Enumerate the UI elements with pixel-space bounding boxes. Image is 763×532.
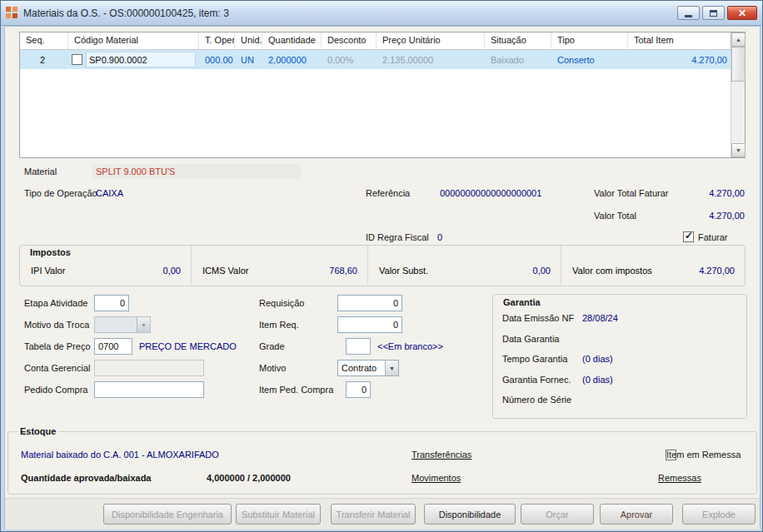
impostos-cell-com-impostos: Valor com impostos 4.270,00 bbox=[561, 246, 745, 285]
transferencias-link[interactable]: Transferências bbox=[411, 450, 471, 460]
item-req-input[interactable] bbox=[337, 316, 402, 333]
tipo-operacao-label: Tipo de Operação bbox=[24, 188, 97, 198]
scroll-up-button[interactable]: ▲ bbox=[731, 32, 746, 47]
cell-seq: 2 bbox=[20, 55, 68, 65]
tabela-preco-input[interactable] bbox=[94, 338, 132, 355]
cell-qtd: 2,000000 bbox=[262, 55, 322, 65]
column-header-total[interactable]: Total Item bbox=[628, 32, 731, 49]
garantia-title: Garantia bbox=[501, 297, 543, 307]
etapa-atividade-input[interactable] bbox=[94, 295, 129, 311]
codigo-material-edit[interactable]: SP0.900.0002 bbox=[86, 52, 196, 67]
materials-grid: Seq. Código Material T. Oper Unid. Quant… bbox=[19, 32, 746, 158]
grid-header: Seq. Código Material T. Oper Unid. Quant… bbox=[20, 32, 731, 50]
referencia-label: Referência bbox=[366, 188, 410, 198]
tabela-preco-desc: PREÇO DE MERCADO bbox=[139, 341, 237, 351]
material-label: Material bbox=[24, 167, 57, 177]
requisicao-label: Requisição bbox=[259, 298, 304, 308]
maximize-button[interactable] bbox=[702, 6, 725, 20]
column-header-desconto[interactable]: Desconto bbox=[322, 32, 377, 49]
faturar-checkbox[interactable]: ✓ bbox=[683, 231, 694, 242]
valor-total-label: Valor Total bbox=[594, 211, 636, 221]
icms-value: 768,60 bbox=[329, 266, 357, 276]
scrollbar-thumb[interactable] bbox=[731, 47, 746, 82]
referencia-value: 00000000000000000001 bbox=[440, 188, 541, 198]
substituir-material-button[interactable]: Substituir Material bbox=[236, 504, 321, 525]
motivo-troca-combo[interactable]: ▼ bbox=[94, 316, 151, 333]
close-button[interactable]: ✕ bbox=[727, 6, 757, 20]
etapa-atividade-label: Etapa Atividade bbox=[24, 298, 87, 308]
valor-com-impostos-label: Valor com impostos bbox=[572, 266, 652, 276]
cell-preco: 2.135,00000 bbox=[377, 55, 485, 65]
motivo-combo[interactable]: Contrato ▼ bbox=[337, 360, 399, 376]
estoque-title: Estoque bbox=[17, 426, 58, 436]
grade-label: Grade bbox=[259, 341, 285, 351]
motivo-value: Contrato bbox=[338, 363, 385, 373]
item-ped-compra-input[interactable] bbox=[346, 381, 371, 398]
column-header-situacao[interactable]: Situação bbox=[485, 32, 551, 49]
transferir-material-button[interactable]: Transferir Material bbox=[331, 504, 416, 525]
grade-hint: <<Em branco>> bbox=[377, 341, 443, 351]
cell-codigo: SP0.900.0002 bbox=[68, 52, 199, 67]
window-controls: ✕ bbox=[677, 6, 757, 20]
item-remessa-label: Item em Remessa bbox=[666, 450, 741, 460]
ipi-value: 0,00 bbox=[163, 266, 181, 276]
valor-total-faturar-label: Valor Total Faturar bbox=[594, 188, 668, 198]
column-header-tipo[interactable]: Tipo bbox=[551, 32, 628, 49]
disponibilidade-engenharia-button[interactable]: Disponibilidade Engenharia bbox=[103, 504, 232, 525]
impostos-cell-ipi: IPI Valor 0,00 bbox=[20, 246, 191, 285]
icms-label: ICMS Valor bbox=[202, 266, 248, 276]
numero-serie-label: Número de Série bbox=[502, 395, 571, 405]
data-emissao-label: Data Emissão NF bbox=[502, 313, 574, 323]
cell-situacao: Baixado bbox=[485, 55, 551, 65]
maximize-icon bbox=[710, 10, 717, 17]
grade-input[interactable] bbox=[346, 338, 371, 355]
column-header-seq[interactable]: Seq. bbox=[20, 32, 68, 49]
conta-gerencial-input[interactable] bbox=[94, 360, 204, 376]
qtd-aprovada-label: Quantidade aprovada/baixada bbox=[21, 473, 152, 483]
impostos-cell-subst: Valor Subst. 0,00 bbox=[367, 246, 561, 285]
movimentos-link[interactable]: Movimentos bbox=[411, 473, 461, 483]
material-table-row[interactable]: 2 SP0.900.0002 000.00 UN 2,000000 0,00% … bbox=[20, 50, 731, 69]
scroll-down-button[interactable]: ▼ bbox=[731, 143, 746, 157]
disponibilidade-button[interactable]: Disponibilidade bbox=[424, 504, 516, 525]
tipo-operacao-value: CAIXA bbox=[96, 188, 123, 198]
ipi-label: IPI Valor bbox=[31, 266, 65, 276]
row-checkbox[interactable] bbox=[72, 54, 82, 65]
data-emissao-value: 28/08/24 bbox=[582, 313, 618, 323]
pedido-compra-input[interactable] bbox=[94, 381, 204, 398]
minimize-icon bbox=[685, 15, 692, 17]
item-req-label: Item Req. bbox=[259, 320, 299, 330]
explode-button[interactable]: Explode bbox=[682, 504, 756, 525]
column-header-qtd[interactable]: Quantidade bbox=[262, 32, 322, 49]
scroll-up-icon: ▲ bbox=[736, 37, 741, 42]
requisicao-input[interactable] bbox=[337, 295, 402, 311]
impostos-cell-icms: ICMS Valor 768,60 bbox=[191, 246, 367, 285]
remessas-link[interactable]: Remessas bbox=[658, 473, 701, 483]
title-bar[interactable]: Materiais da O.S. - OS:000000100425, ite… bbox=[1, 1, 762, 26]
materiais-os-dialog: Materiais da O.S. - OS:000000100425, ite… bbox=[0, 0, 763, 532]
motivo-troca-label: Motivo da Troca bbox=[24, 320, 89, 330]
window-title: Materiais da O.S. - OS:000000100425, ite… bbox=[23, 7, 677, 19]
conta-gerencial-label: Conta Gerencial bbox=[24, 363, 91, 373]
aprovar-button[interactable]: Aprovar bbox=[600, 504, 673, 525]
cell-desconto: 0,00% bbox=[322, 55, 377, 65]
chevron-down-icon: ▼ bbox=[137, 317, 150, 332]
column-header-unid[interactable]: Unid. bbox=[235, 32, 262, 49]
column-header-toper[interactable]: T. Oper bbox=[199, 32, 235, 49]
faturar-label: Faturar bbox=[698, 232, 727, 242]
check-icon: ✓ bbox=[685, 230, 693, 241]
motivo-label: Motivo bbox=[259, 363, 286, 373]
minimize-button[interactable] bbox=[677, 6, 700, 20]
column-header-codigo[interactable]: Código Material bbox=[68, 32, 199, 49]
estoque-groupbox bbox=[7, 431, 757, 495]
cell-tipo: Conserto bbox=[551, 55, 628, 65]
valor-subst-value: 0,00 bbox=[533, 266, 551, 276]
item-ped-compra-label: Item Ped. Compra bbox=[259, 385, 333, 395]
cell-total: 4.270,00 bbox=[628, 55, 731, 65]
grid-vertical-scrollbar[interactable]: ▲ ▼ bbox=[731, 32, 745, 157]
estoque-info: Material baixado do C.A. 001 - ALMOXARIF… bbox=[21, 450, 219, 460]
scroll-down-icon: ▼ bbox=[736, 147, 741, 153]
qtd-aprovada-value: 4,000000 / 2,000000 bbox=[207, 473, 291, 483]
orcar-button[interactable]: Orçar bbox=[521, 504, 594, 525]
column-header-preco[interactable]: Preço Unitário bbox=[377, 32, 485, 49]
